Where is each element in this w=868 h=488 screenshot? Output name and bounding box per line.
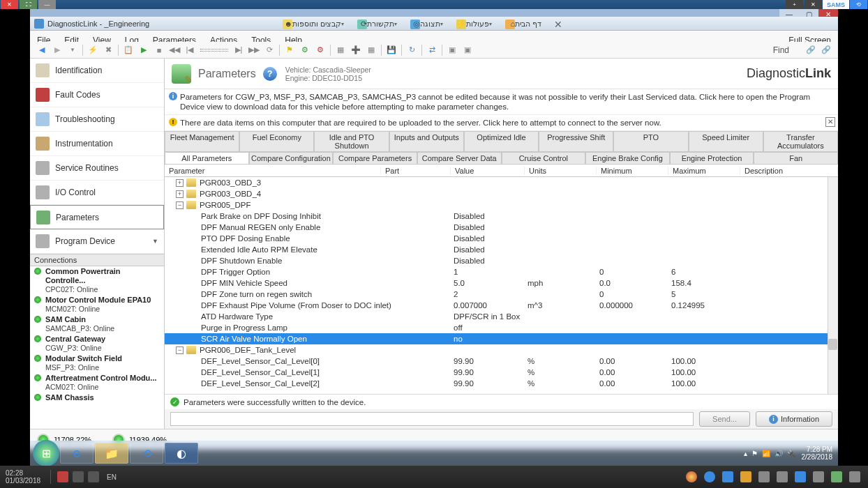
table-row[interactable]: DPF Manual REGEN only EnableDisabled (165, 222, 838, 233)
taskbar-teamviewer-icon[interactable]: ⟲ (130, 443, 163, 464)
table-row[interactable]: DPF Shutdown EnableDisabled (165, 255, 838, 266)
copy-icon[interactable]: 📋 (122, 44, 135, 56)
parameter-group[interactable]: +PGR003_OBD_4 (165, 188, 838, 199)
table-row[interactable]: SCR Air Valve Normally Openno (165, 333, 838, 344)
save-icon[interactable]: 💾 (385, 44, 398, 56)
play-icon[interactable]: ▶ (137, 44, 150, 56)
scrollbar[interactable] (828, 177, 838, 394)
timeline[interactable] (200, 49, 228, 52)
tray-network-icon[interactable]: 📶 (762, 450, 770, 457)
find-label[interactable]: Find (766, 45, 796, 55)
expand-icon[interactable]: − (176, 346, 184, 354)
tray-up-icon[interactable]: ▴ (744, 450, 747, 457)
tray-icon[interactable] (73, 471, 84, 482)
sidebar-item-fault-codes[interactable]: Fault Codes (30, 83, 164, 107)
tray-power-icon[interactable]: 🔌 (787, 450, 795, 457)
link-icon[interactable]: 🔗 (805, 44, 817, 56)
table-row[interactable]: PTO DPF Dosing EnableDisabled (165, 233, 838, 244)
col-parameter[interactable]: Parameter (165, 167, 381, 175)
expand-icon[interactable]: − (176, 201, 184, 209)
col-minimum[interactable]: Minimum (597, 167, 668, 175)
app-tray-icon[interactable] (777, 471, 788, 482)
col-part[interactable]: Part (381, 167, 451, 175)
start-button[interactable]: ⊞ (33, 440, 59, 466)
sidebar-item-program-device[interactable]: Program Device▼ (30, 229, 164, 254)
next-icon[interactable]: ▶| (232, 44, 245, 56)
connect-icon[interactable]: ⚡ (87, 44, 99, 56)
tab-idle-and-pto-shutdown[interactable]: Idle and PTO Shutdown (314, 131, 389, 151)
tray-flag-icon[interactable]: ⚑ (751, 450, 758, 457)
sidebar-item-i-o-control[interactable]: I/O Control (30, 181, 164, 205)
expand-icon[interactable]: + (176, 190, 184, 198)
tool2-icon[interactable]: ⚙ (314, 44, 327, 56)
tab-compare-configuration[interactable]: Compare Configuration (249, 152, 334, 164)
parameter-group[interactable]: −PGR006_DEF_Tank_Level (165, 344, 838, 356)
tab-fuel-economy[interactable]: Fuel Economy (239, 131, 314, 151)
table-row[interactable]: DPF MIN Vehicle Speed5.0mph0.0158.4 (165, 277, 838, 289)
disconnect-icon[interactable]: ✖ (102, 44, 114, 56)
tray-icon[interactable] (57, 471, 68, 482)
teamviewer-icon[interactable]: ⟲ (850, 0, 867, 9)
table-row[interactable]: DPF Zone turn on regen switch205 (165, 289, 838, 300)
tab-fleet-management[interactable]: Fleet Management (165, 131, 239, 151)
connection-item[interactable]: Central GatewayCGW_P3: Online (30, 334, 164, 353)
tab-progressive-shift[interactable]: Progressive Shift (539, 131, 613, 151)
col-units[interactable]: Units (525, 167, 597, 175)
tab-pto[interactable]: PTO (613, 131, 688, 151)
rewind-icon[interactable]: ◀◀ (168, 44, 181, 56)
add-icon[interactable]: ➕ (350, 44, 362, 56)
tab-cruise-control[interactable]: Cruise Control (502, 152, 586, 164)
table-row[interactable]: DEF_Level_Sensor_Cal_Level[1]99.90%0.001… (165, 367, 838, 378)
remote-x-icon[interactable]: ✕ (805, 0, 822, 9)
parameter-group[interactable]: −PGR005_DPF (165, 199, 838, 211)
sidebar-item-troubleshooting[interactable]: Troubleshooting (30, 107, 164, 132)
tab-engine-brake-config[interactable]: Engine Brake Config (585, 152, 670, 164)
sidebar-item-instrumentation[interactable]: Instrumentation (30, 132, 164, 156)
ribbon-tab[interactable]: ▾תצוגה◎ (403, 20, 449, 29)
tab-engine-protection[interactable]: Engine Protection (670, 152, 754, 164)
scrollbar-thumb[interactable] (828, 339, 837, 350)
tab-inputs-and-outputs[interactable]: Inputs and Outputs (389, 131, 464, 151)
nav-back-icon[interactable]: ◀ (36, 44, 48, 56)
taskbar-explorer-icon[interactable]: 📁 (95, 443, 128, 464)
tray-icon[interactable] (88, 471, 99, 482)
connection-item[interactable]: Aftertreatment Control Modu...ACM02T: On… (30, 373, 164, 392)
tab-compare-parameters[interactable]: Compare Parameters (333, 152, 417, 164)
expand-icon[interactable]: + (176, 179, 184, 187)
table-row[interactable]: DEF_Level_Sensor_Cal_Level[2]99.90%0.001… (165, 378, 838, 389)
remote-expand-icon[interactable]: ⛶ (20, 0, 37, 9)
connection-item[interactable]: SAM CabinSAMCAB_P3: Online (30, 314, 164, 334)
nav-fwd-icon[interactable]: ▶ (51, 44, 63, 56)
tray-volume-icon[interactable]: 🔊 (775, 450, 783, 457)
ribbon-tab[interactable]: ▾פעולות⚡ (449, 20, 498, 29)
tool-icon[interactable]: ⚙ (299, 44, 311, 56)
connection-item[interactable]: SAM Chassis (30, 392, 164, 403)
remote-min-icon[interactable]: — (38, 0, 56, 9)
message-input[interactable] (170, 412, 694, 426)
tab-speed-limiter[interactable]: Speed Limiter (689, 131, 763, 151)
sidebar-item-identification[interactable]: Identification (30, 59, 164, 83)
ribbon-tab[interactable]: דף הבית⌂ (498, 20, 546, 29)
tab-fan[interactable]: Fan (754, 152, 838, 164)
table-row[interactable]: Extended Idle Auto RPM ElevateDisabled (165, 244, 838, 255)
table-row[interactable]: DEF_Level_Sensor_Cal_Level[0]99.90%0.001… (165, 356, 838, 367)
remote-close-icon[interactable]: ✕ (1, 0, 18, 9)
connection-item[interactable]: Common Powertrain Controlle...CPC02T: On… (30, 266, 164, 295)
app-tray-icon[interactable] (795, 471, 806, 482)
message-close-button[interactable]: ✕ (825, 117, 835, 127)
loop-icon[interactable]: ⟳ (263, 44, 276, 56)
remote-plus-icon[interactable]: + (786, 0, 803, 9)
col-value[interactable]: Value (451, 167, 525, 175)
table-row[interactable]: DPF Trigger Option106 (165, 266, 838, 277)
info-message[interactable]: i Parameters for CGW_P3, MSF_P3, SAMCAB_… (165, 89, 838, 115)
col-description[interactable]: Description (740, 167, 838, 175)
grid-icon[interactable]: ▦ (334, 44, 347, 56)
remote-tab-sams[interactable]: SAMS (823, 0, 849, 9)
table-row[interactable]: DPF Exhaust Pipe Volume (From Doser to D… (165, 300, 838, 311)
tv-icon[interactable] (722, 471, 733, 482)
chip-icon[interactable]: ▣ (446, 44, 458, 56)
send-button[interactable]: Send... (699, 411, 750, 427)
tab-all-parameters[interactable]: All Parameters (165, 152, 249, 164)
app-tray-icon[interactable] (813, 471, 824, 482)
connect2-icon[interactable]: ⇄ (426, 44, 438, 56)
